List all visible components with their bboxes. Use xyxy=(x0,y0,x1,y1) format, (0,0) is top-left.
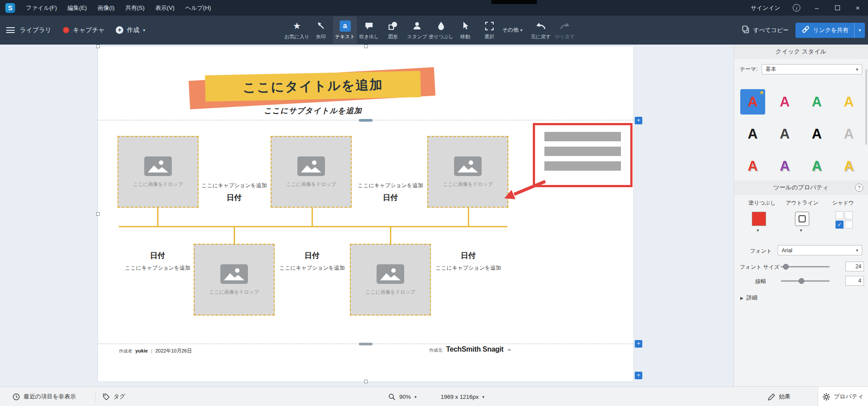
font-size-value[interactable]: 24 xyxy=(845,262,864,271)
quick-style-swatch[interactable]: A xyxy=(804,153,829,179)
quick-style-swatch[interactable]: A xyxy=(804,89,829,115)
add-section-button[interactable]: + xyxy=(635,372,642,379)
fill-color-swatch[interactable] xyxy=(752,212,766,226)
shadow-option-checkbox-checked[interactable]: ✓ xyxy=(836,221,844,229)
effects-button[interactable]: 効果 xyxy=(768,387,791,406)
resize-handle[interactable] xyxy=(364,45,368,48)
library-button[interactable]: ライブラリ xyxy=(20,26,52,34)
resize-handle[interactable] xyxy=(96,45,100,48)
caption-group[interactable]: 日付 ここにキャプションを追加 xyxy=(276,250,349,272)
menu-help[interactable]: ヘルプ(H) xyxy=(180,0,216,16)
section-drag-handle[interactable] xyxy=(359,119,373,122)
template-title-text[interactable]: ここにタイトルを追加 xyxy=(243,76,383,97)
image-drop-zone[interactable]: ここに画像をドロップ xyxy=(271,136,352,208)
caption-group[interactable]: 日付 ここにキャプションを追加 xyxy=(432,250,505,272)
caption-group[interactable]: ここにキャプションを追加 日付 xyxy=(354,182,427,203)
panel-scrollbar[interactable] xyxy=(865,69,867,145)
shadow-option-checkbox[interactable] xyxy=(845,211,853,219)
help-icon[interactable]: ? xyxy=(855,184,863,192)
share-link-button[interactable]: リンクを共有 xyxy=(795,23,854,38)
caret-down-icon[interactable]: ▾ xyxy=(800,228,802,233)
menu-file[interactable]: ファイル(F) xyxy=(20,0,62,16)
tool-move[interactable]: 移動 xyxy=(453,16,477,44)
theme-select[interactable]: 基本 ▾ xyxy=(762,64,862,74)
tool-callout[interactable]: 吹き出し xyxy=(357,16,381,44)
canvas-area[interactable]: ここにタイトルを追加 ここにサブタイトルを追加 xyxy=(0,45,734,386)
quick-style-swatch[interactable]: A xyxy=(836,89,861,115)
menu-edit[interactable]: 編集(E) xyxy=(62,0,92,16)
menu-image[interactable]: 画像(I) xyxy=(92,0,120,16)
footer-brand[interactable]: 作成元 TechSmith Snagit ™ xyxy=(429,345,511,353)
canvas-size-dropdown[interactable]: 1969 x 1216px ▾ xyxy=(441,387,484,406)
quick-style-swatch[interactable]: A xyxy=(740,153,765,179)
shadow-option-checkbox[interactable] xyxy=(845,221,853,229)
quick-style-swatch[interactable]: A xyxy=(804,121,829,147)
shadow-option-checkbox[interactable] xyxy=(836,211,844,219)
footer-author[interactable]: 作成者 yukie | 2022年10月26日 xyxy=(119,348,192,354)
tag-icon xyxy=(102,393,110,401)
tool-favorites[interactable]: ★ お気に入り xyxy=(285,16,309,44)
properties-toggle-button[interactable]: プロパティ xyxy=(818,387,868,406)
canvas-page[interactable]: ここにタイトルを追加 ここにサブタイトルを追加 xyxy=(98,46,633,381)
menu-share[interactable]: 共有(S) xyxy=(120,0,150,16)
image-drop-zone[interactable]: ここに画像をドロップ xyxy=(118,136,199,208)
red-arrow-annotation[interactable] xyxy=(501,177,552,205)
quick-style-swatch[interactable]: A xyxy=(836,121,861,147)
maximize-button[interactable] xyxy=(827,0,848,16)
quick-style-swatch[interactable]: A ★ xyxy=(740,89,765,115)
image-drop-zone[interactable]: ここに画像をドロップ xyxy=(427,136,508,208)
close-button[interactable]: × xyxy=(848,0,868,16)
zoom-dropdown[interactable]: 90% ▾ xyxy=(388,387,417,406)
undo-icon xyxy=(535,20,546,32)
font-size-slider[interactable] xyxy=(781,266,830,267)
quick-style-swatch[interactable]: A xyxy=(836,153,861,179)
copy-all-button[interactable]: すべてコピー xyxy=(741,25,789,35)
hide-recent-button[interactable]: 最近の項目を非表示 xyxy=(12,387,76,406)
image-drop-zone[interactable]: ここに画像をドロップ xyxy=(194,244,275,316)
line-width-slider[interactable] xyxy=(781,280,830,282)
tool-stamp[interactable]: スタンプ xyxy=(405,16,429,44)
caption-group[interactable]: 日付 ここにキャプションを追加 xyxy=(121,250,194,272)
minimize-button[interactable]: – xyxy=(807,0,827,16)
capture-button[interactable]: キャプチャ xyxy=(63,26,105,34)
tool-selection[interactable]: 選択 xyxy=(477,16,501,44)
magnifier-icon xyxy=(388,393,396,401)
star-icon: ★ xyxy=(293,20,301,32)
tags-button[interactable]: タグ xyxy=(102,387,126,406)
undo-button[interactable]: 元に戻す xyxy=(529,16,553,44)
template-subtitle-text[interactable]: ここにサブタイトルを追加 xyxy=(205,106,421,116)
tool-shapes[interactable]: 図形 xyxy=(381,16,405,44)
create-button[interactable]: + 作成 ▾ xyxy=(116,26,145,34)
share-options-caret[interactable]: ▾ xyxy=(854,23,865,38)
menu-view[interactable]: 表示(V) xyxy=(150,0,180,16)
more-tools-button[interactable]: その他 ▾ xyxy=(501,16,523,44)
add-section-button[interactable]: + xyxy=(635,117,642,124)
caret-down-icon[interactable]: ▾ xyxy=(757,228,759,233)
line-width-value[interactable]: 4 xyxy=(845,276,864,286)
font-size-slider-thumb[interactable] xyxy=(783,264,789,270)
section-drag-handle[interactable] xyxy=(359,343,373,345)
resize-handle[interactable] xyxy=(96,212,100,216)
title-banner[interactable]: ここにタイトルを追加 xyxy=(205,71,421,102)
line-width-slider-thumb[interactable] xyxy=(799,278,804,284)
details-expander[interactable]: ▶ 詳細 xyxy=(740,294,758,302)
tool-arrow[interactable]: 矢印 xyxy=(309,16,333,44)
resize-handle[interactable] xyxy=(364,380,368,383)
add-section-button[interactable]: + xyxy=(635,340,642,348)
quick-style-swatch[interactable]: A xyxy=(772,89,797,115)
image-drop-zone[interactable]: ここに画像をドロップ xyxy=(350,244,431,316)
hamburger-menu-icon[interactable] xyxy=(6,27,15,33)
caret-down-icon: ▾ xyxy=(414,394,417,399)
font-select[interactable]: Arial ▾ xyxy=(778,245,862,255)
redo-button[interactable]: やり直す xyxy=(553,16,577,44)
quick-style-swatch[interactable]: A xyxy=(772,153,797,179)
tool-text[interactable]: a テキスト xyxy=(333,16,357,44)
timeline-line[interactable] xyxy=(119,226,507,227)
outline-style-button[interactable] xyxy=(795,212,809,226)
sign-in-link[interactable]: サインイン xyxy=(744,0,787,16)
quick-style-swatch[interactable]: A xyxy=(772,121,797,147)
info-icon[interactable]: i xyxy=(793,4,800,12)
tool-fill[interactable]: 塗りつぶし xyxy=(429,16,453,44)
caption-group[interactable]: ここにキャプションを追加 日付 xyxy=(198,182,271,203)
quick-style-swatch[interactable]: A xyxy=(740,121,765,147)
